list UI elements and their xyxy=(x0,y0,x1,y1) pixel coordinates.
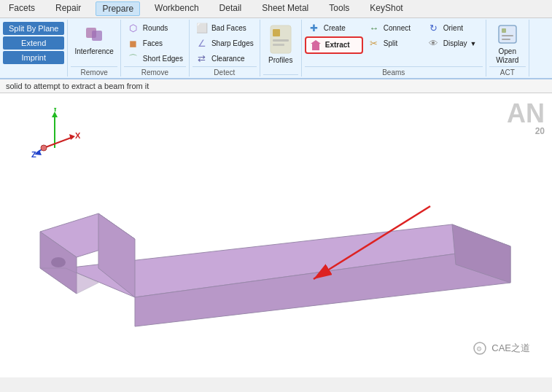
connect-label: Connect xyxy=(384,24,411,33)
interference-icon xyxy=(82,23,106,46)
menu-detail[interactable]: Detail xyxy=(214,1,248,16)
clearance-icon: ⇄ xyxy=(195,52,209,66)
svg-rect-8 xyxy=(502,28,506,33)
ribbon-beams-group: ✚ Create Extract ↔ Connect xyxy=(302,20,486,77)
display-label: Display xyxy=(443,39,467,48)
svg-rect-1 xyxy=(92,31,102,41)
clearance-label: Clearance xyxy=(211,55,245,63)
detect-section-label: Detect xyxy=(193,66,257,77)
3d-viewport-svg xyxy=(0,93,552,377)
wizard-label: OpenWizard xyxy=(496,47,518,65)
faces-button[interactable]: ◼ Faces xyxy=(124,36,186,51)
watermark: ⚙ CAE之道 xyxy=(473,341,530,356)
instruction-text: solid to attempt to extract a beam from … xyxy=(6,82,149,90)
create-label: Create xyxy=(324,24,346,33)
profiles-icon xyxy=(268,23,294,56)
remove-col: ⬡ Rounds ◼ Faces ⌒ Short Edges xyxy=(124,21,186,66)
bad-faces-button[interactable]: ⬜ Bad Faces xyxy=(193,21,257,36)
interference-button[interactable]: Interference xyxy=(71,21,117,58)
svg-text:⚙: ⚙ xyxy=(476,345,482,353)
profiles-section-label xyxy=(263,74,298,77)
svg-rect-4 xyxy=(273,39,289,42)
rounds-label: Rounds xyxy=(143,24,168,33)
menu-tools[interactable]: Tools xyxy=(323,1,355,16)
orient-label: Orient xyxy=(443,24,463,33)
faces-icon: ◼ xyxy=(127,37,140,50)
display-icon: 👁 xyxy=(427,37,440,50)
ribbon: Split By Plane Extend Imprint Interferen… xyxy=(0,18,552,79)
ribbon-interference-group: Interference Remove xyxy=(68,20,120,77)
orient-button[interactable]: ↻ Orient xyxy=(424,21,483,36)
watermark-text: CAE之道 xyxy=(491,342,530,355)
svg-marker-6 xyxy=(311,40,321,50)
beams-inner: ✚ Create Extract ↔ Connect xyxy=(305,21,483,66)
display-dropdown-icon: ▼ xyxy=(470,40,477,48)
svg-rect-7 xyxy=(499,26,516,43)
short-edges-label: Short Edges xyxy=(143,55,183,63)
watermark-icon: ⚙ xyxy=(473,341,487,356)
ribbon-left-actions: Split By Plane Extend Imprint xyxy=(0,20,68,77)
display-button[interactable]: 👁 Display ▼ xyxy=(424,36,483,51)
svg-rect-10 xyxy=(502,39,510,40)
extract-icon xyxy=(309,39,322,52)
menu-workbench[interactable]: Workbench xyxy=(149,1,204,16)
split-label: Split xyxy=(384,39,397,48)
sharp-edges-label: Sharp Edges xyxy=(211,39,254,48)
ribbon-profiles-group: Profiles xyxy=(260,20,302,77)
create-button[interactable]: ✚ Create xyxy=(305,21,363,36)
ribbon-detect-group: ⬜ Bad Faces ∠ Sharp Edges ⇄ Clearance De… xyxy=(190,20,260,77)
clearance-button[interactable]: ⇄ Clearance xyxy=(193,52,257,66)
menu-bar: Facets Repair Prepare Workbench Detail S… xyxy=(0,0,552,18)
svg-rect-5 xyxy=(273,44,284,46)
create-icon: ✚ xyxy=(308,22,321,35)
rounds-icon: ⬡ xyxy=(127,22,140,35)
extract-label: Extract xyxy=(325,41,350,50)
split-by-plane-button[interactable]: Split By Plane xyxy=(3,22,64,35)
rounds-button[interactable]: ⬡ Rounds xyxy=(124,21,186,36)
viewport[interactable]: AN 20 Y X Z xyxy=(0,93,552,377)
menu-keyshot[interactable]: KeyShot xyxy=(364,1,408,16)
interference-label: Interference xyxy=(74,47,113,56)
act-section-label: ACT xyxy=(489,66,526,77)
sharp-edges-button[interactable]: ∠ Sharp Edges xyxy=(193,36,257,51)
imprint-button[interactable]: Imprint xyxy=(3,51,64,64)
ribbon-remove-group: ⬡ Rounds ◼ Faces ⌒ Short Edges Remove xyxy=(121,20,190,77)
status-bar: solid to attempt to extract a beam from … xyxy=(0,79,552,93)
extend-button[interactable]: Extend xyxy=(3,36,64,50)
bad-faces-label: Bad Faces xyxy=(211,24,246,33)
sharp-edges-icon: ∠ xyxy=(195,37,209,50)
faces-label: Faces xyxy=(143,39,163,48)
bad-faces-icon: ⬜ xyxy=(195,22,209,35)
profiles-label: Profiles xyxy=(268,56,292,64)
short-edges-button[interactable]: ⌒ Short Edges xyxy=(124,52,186,66)
menu-sheetmetal[interactable]: Sheet Metal xyxy=(256,1,314,16)
connect-icon: ↔ xyxy=(368,22,381,35)
menu-facets[interactable]: Facets xyxy=(3,1,41,16)
ribbon-act-group: OpenWizard ACT xyxy=(486,20,529,77)
menu-prepare[interactable]: Prepare xyxy=(96,1,140,16)
split-icon: ✂ xyxy=(368,37,381,50)
wizard-icon xyxy=(496,23,519,46)
beams-col2: ↔ Connect ✂ Split xyxy=(365,21,423,51)
beams-section-label: Beams xyxy=(305,66,483,77)
detect-col: ⬜ Bad Faces ∠ Sharp Edges ⇄ Clearance xyxy=(193,21,257,66)
connect-button[interactable]: ↔ Connect xyxy=(365,21,423,36)
beams-col1: ✚ Create Extract xyxy=(305,21,363,54)
extract-button[interactable]: Extract xyxy=(305,36,363,54)
menu-repair[interactable]: Repair xyxy=(50,1,87,16)
split-button[interactable]: ✂ Split xyxy=(365,36,423,51)
remove-label: Remove xyxy=(71,66,117,77)
remove-section-label: Remove xyxy=(124,66,186,77)
profiles-button[interactable]: Profiles xyxy=(263,21,298,66)
orient-icon: ↻ xyxy=(427,22,440,35)
svg-rect-9 xyxy=(502,35,513,36)
svg-rect-3 xyxy=(273,29,280,36)
short-edges-icon: ⌒ xyxy=(127,52,140,66)
svg-point-29 xyxy=(51,257,66,267)
open-wizard-button[interactable]: OpenWizard xyxy=(489,21,526,66)
beams-col3: ↻ Orient 👁 Display ▼ xyxy=(424,21,483,51)
